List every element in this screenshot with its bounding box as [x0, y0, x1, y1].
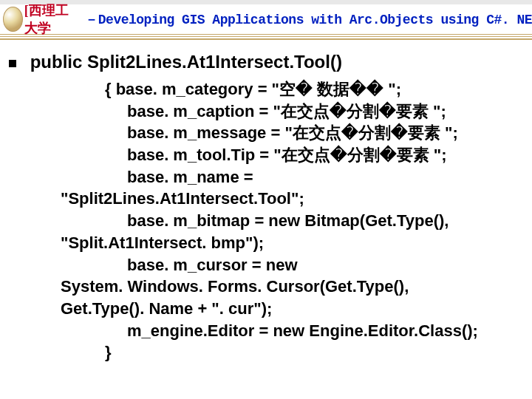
- university-name: [西理工大学: [24, 1, 79, 37]
- code-line: base. m_cursor = new: [61, 256, 298, 274]
- function-declaration: public Split2Lines.At1Intersect.Tool(): [30, 52, 342, 72]
- code-close-brace: }: [61, 343, 112, 361]
- code-line: base. m_message = "在交点�分割�要素 ";: [61, 123, 458, 142]
- code-line: { base. m_category = "空� 数据�� ";: [61, 80, 401, 98]
- function-declaration-line: public Split2Lines.At1Intersect.Tool(): [9, 52, 523, 72]
- code-line: base. m_caption = "在交点�分割�要素 ";: [61, 102, 446, 120]
- code-line: base. m_bitmap = new Bitmap(Get.Type(),: [61, 211, 449, 230]
- code-line: Get.Type(). Name + ". cur");: [61, 299, 272, 318]
- code-line: System. Windows. Forms. Cursor(Get.Type(…: [61, 277, 409, 296]
- slide-content: public Split2Lines.At1Intersect.Tool() {…: [0, 37, 532, 364]
- code-line: "Split2Lines.At1Intersect.Tool";: [61, 189, 304, 208]
- code-line: base. m_tool.Tip = "在交点�分割�要素 ";: [61, 146, 447, 164]
- code-line: m_engine.Editor = new Engine.Editor.Clas…: [61, 321, 478, 340]
- bullet-icon: [9, 60, 16, 67]
- code-block: { base. m_category = "空� 数据�� "; base. m…: [9, 78, 523, 364]
- code-line: "Split.At1Intersect. bmp");: [61, 233, 264, 252]
- slide-header: [西理工大学 －Developing GIS Applications with…: [0, 0, 532, 37]
- university-logo: [3, 7, 23, 32]
- code-line: base. m_name =: [61, 168, 253, 186]
- slide-subtitle: －Developing GIS Applications with Arc.Ob…: [85, 10, 532, 28]
